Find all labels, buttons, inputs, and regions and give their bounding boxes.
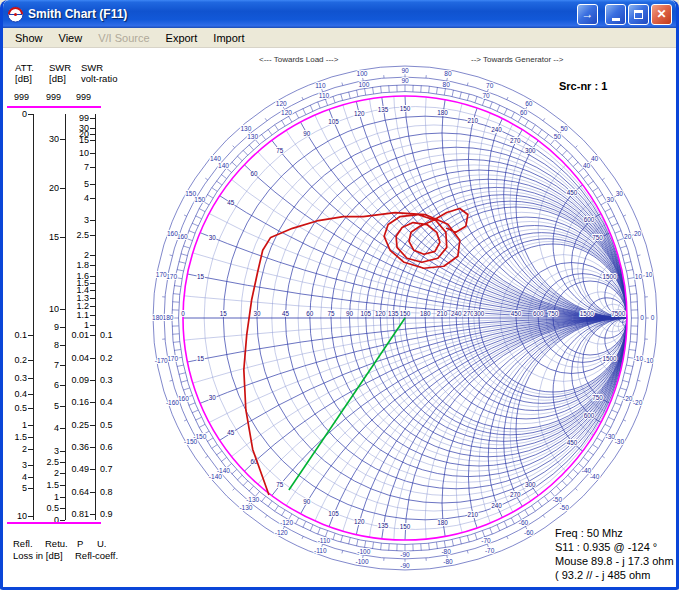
ruler-p-label: 0.09	[59, 375, 89, 385]
svg-text:120: 120	[375, 310, 386, 317]
ruler-tick-label: 4	[0, 472, 27, 482]
ruler-tick	[28, 437, 33, 438]
ruler-tick	[28, 335, 33, 336]
ruler-tick	[28, 114, 33, 115]
svg-text:160: 160	[167, 230, 178, 237]
svg-text:1500: 1500	[603, 355, 618, 362]
svg-text:130: 130	[247, 133, 258, 140]
svg-text:70: 70	[486, 82, 494, 89]
ruler-tick-label: 3	[59, 215, 89, 225]
svg-text:135: 135	[388, 310, 399, 317]
ruler-footer-label: Retu.	[45, 538, 68, 549]
ruler-line-swr-volt-ratio	[95, 114, 96, 520]
ruler-tick-label: 15	[59, 135, 89, 145]
status-mouse-parallel: ( 93.2 // - j 485 ohm	[555, 568, 674, 582]
svg-text:30: 30	[607, 196, 615, 203]
svg-text:90: 90	[303, 130, 311, 137]
svg-text:7500: 7500	[611, 310, 626, 317]
ruler-tick	[90, 469, 95, 470]
svg-text:0: 0	[651, 314, 655, 321]
ruler-tick	[28, 394, 33, 395]
ruler-tick	[90, 153, 95, 154]
minimize-icon	[612, 18, 620, 21]
ruler-tick-label: 3	[0, 460, 27, 470]
svg-text:150: 150	[400, 523, 411, 530]
svg-text:270: 270	[510, 137, 521, 144]
svg-text:90: 90	[401, 67, 409, 74]
svg-text:-120: -120	[275, 529, 288, 536]
title-bar[interactable]: Smith Chart (F11) → ✕	[3, 0, 676, 28]
ruler-tick	[90, 140, 95, 141]
svg-text:15: 15	[197, 355, 205, 362]
svg-text:100: 100	[358, 81, 369, 88]
svg-text:60: 60	[306, 310, 314, 317]
app-icon	[7, 6, 24, 23]
svg-text:170: 170	[166, 273, 177, 280]
svg-text:-60: -60	[524, 529, 534, 536]
svg-text:300: 300	[525, 147, 536, 154]
ruler-u-label: 0.7	[100, 464, 113, 474]
svg-text:90: 90	[346, 310, 354, 317]
towards-generator-label: --> Towards Generator -->	[471, 55, 563, 64]
maximize-icon	[634, 10, 643, 19]
ruler-tick-label: 0.2	[0, 355, 27, 365]
svg-text:140: 140	[218, 162, 229, 169]
forward-icon: →	[582, 5, 594, 23]
svg-text:-130: -130	[239, 504, 252, 511]
ruler-footer-label: U.	[97, 538, 107, 549]
menu-item-show[interactable]: Show	[7, 30, 51, 46]
ruler-tick	[90, 220, 95, 221]
svg-text:120: 120	[354, 518, 365, 525]
maximize-button[interactable]	[628, 4, 649, 25]
ruler-u-label: 0.6	[100, 442, 113, 452]
svg-text:30: 30	[253, 310, 261, 317]
svg-text:120: 120	[276, 100, 287, 107]
ruler-p-label: 0.16	[59, 397, 89, 407]
forward-button[interactable]: →	[577, 4, 598, 25]
ruler-u-label: 0.8	[100, 487, 113, 497]
ruler-tick-label: 1	[59, 320, 89, 330]
menu-item-view[interactable]: View	[51, 30, 91, 46]
svg-text:-40: -40	[590, 473, 600, 480]
svg-text:105: 105	[328, 510, 339, 517]
svg-text:130: 130	[240, 125, 251, 132]
svg-text:135: 135	[378, 522, 389, 529]
svg-text:450: 450	[567, 439, 578, 446]
smith-chart[interactable]: 0102030405060708090100110120130140150160…	[150, 48, 679, 587]
svg-text:600: 600	[584, 216, 595, 223]
svg-text:45: 45	[282, 310, 290, 317]
ruler-footer-label: Refl.	[13, 538, 33, 549]
svg-text:40: 40	[591, 155, 599, 162]
svg-text:210: 210	[437, 310, 448, 317]
ruler-tick	[90, 514, 95, 515]
close-button[interactable]: ✕	[651, 4, 672, 25]
menu-item-import[interactable]: Import	[205, 30, 252, 46]
ruler-tick-label: 1.5	[29, 480, 59, 490]
source-number-label: Src-nr : 1	[559, 80, 607, 92]
ruler-tick	[60, 462, 65, 463]
ruler-tick	[90, 358, 95, 359]
ruler-u-label: 0.4	[100, 397, 113, 407]
menu-item-export[interactable]: Export	[158, 30, 206, 46]
svg-text:50: 50	[560, 125, 568, 132]
svg-text:10: 10	[635, 273, 643, 280]
ruler-top-value: 999	[61, 92, 91, 102]
ruler-tick-label: 4	[59, 193, 89, 203]
ruler-p-label: 0.81	[59, 509, 89, 519]
ruler-header: [dB]	[15, 73, 32, 84]
ruler-tick-label: 9	[29, 322, 59, 332]
svg-text:110: 110	[319, 92, 330, 99]
close-icon: ✕	[656, 5, 666, 23]
minimize-button[interactable]	[605, 4, 626, 25]
ruler-marker-line	[7, 522, 101, 524]
ruler-tick	[90, 315, 95, 316]
scale-rulers: ATT.[dB]SWR[dB]SWRvolt-ratio99999999900.…	[3, 48, 153, 587]
ruler-tick	[90, 118, 95, 119]
svg-text:0: 0	[640, 314, 644, 321]
ruler-p-label: 0.25	[59, 420, 89, 430]
svg-text:180: 180	[420, 310, 431, 317]
ruler-tick	[90, 198, 95, 199]
svg-text:180: 180	[163, 314, 174, 321]
ruler-tick-label: 10	[0, 511, 27, 521]
svg-text:75: 75	[276, 147, 284, 154]
